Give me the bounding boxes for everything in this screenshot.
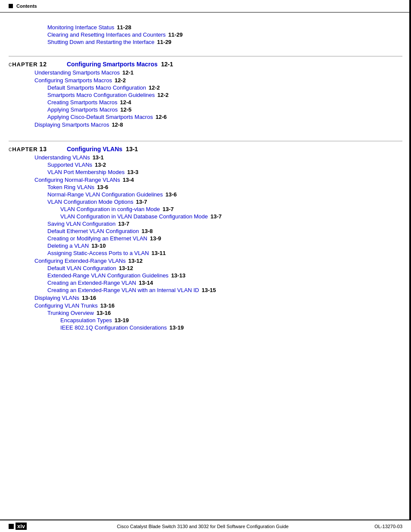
toc-entry: Default VLAN Configuration13-12: [47, 265, 402, 271]
toc-entry: Default Smartports Macro Configuration12…: [47, 84, 402, 91]
toc-link[interactable]: Creating Smartports Macros: [47, 99, 118, 106]
toc-page: 13-16: [100, 302, 115, 309]
toc-link[interactable]: Understanding VLANs: [34, 154, 90, 161]
toc-page: 13-12: [119, 265, 133, 271]
toc-entry: VLAN Configuration Mode Options13-7: [47, 199, 402, 205]
toc-link[interactable]: Configuring VLAN Trunks: [34, 302, 98, 309]
chapter-header-row: CHAPTER 12Configuring Smartports Macros1…: [9, 61, 402, 68]
toc-entry: Trunking Overview13-16: [47, 310, 402, 316]
toc-page: 13-16: [97, 310, 111, 316]
toc-page: 12-2: [157, 92, 168, 98]
toc-page: 12-2: [115, 77, 126, 84]
footer-left: xiv: [9, 523, 31, 530]
toc-entry: VLAN Configuration in config-vlan Mode13…: [60, 206, 402, 212]
pre-chapter-items: Monitoring Interface Status11-28Clearing…: [9, 21, 402, 45]
chapter-title-link[interactable]: Configuring Smartports Macros: [67, 61, 158, 68]
toc-link[interactable]: Default Smartports Macro Configuration: [47, 84, 146, 91]
toc-link[interactable]: Assigning Static-Access Ports to a VLAN: [47, 250, 149, 256]
chapter-title-col: Configuring VLANs13-1: [67, 146, 402, 152]
toc-page: 13-7: [162, 206, 174, 212]
toc-page: 13-7: [136, 199, 147, 205]
chapter-title-page: 13-1: [126, 146, 138, 152]
toc-entry: Smartports Macro Configuration Guideline…: [47, 92, 402, 98]
header-title: Contents: [16, 3, 37, 9]
toc-link[interactable]: VLAN Configuration in VLAN Database Conf…: [60, 213, 208, 220]
chapter-title-link[interactable]: Configuring VLANs: [67, 146, 122, 152]
toc-entry: Token Ring VLANs13-6: [47, 184, 402, 190]
toc-link[interactable]: Supported VLANs: [47, 162, 92, 168]
toc-link[interactable]: Understanding Smartports Macros: [34, 69, 120, 76]
right-border: [409, 0, 411, 532]
toc-link[interactable]: IEEE 802.1Q Configuration Considerations: [60, 324, 167, 331]
toc-entry: Displaying Smartports Macros12-8: [34, 121, 402, 128]
toc-entry: Configuring Extended-Range VLANs13-12: [34, 258, 402, 264]
toc-page: 11-28: [117, 24, 131, 31]
toc-link[interactable]: Smartports Macro Configuration Guideline…: [47, 92, 155, 98]
page-footer: xiv Cisco Catalyst Blade Switch 3130 and…: [0, 520, 411, 532]
toc-entry: Assigning Static-Access Ports to a VLAN1…: [47, 250, 402, 256]
toc-link[interactable]: Normal-Range VLAN Configuration Guidelin…: [47, 191, 163, 198]
toc-page: 13-10: [91, 243, 106, 249]
toc-entry: IEEE 802.1Q Configuration Considerations…: [60, 324, 402, 331]
toc-link[interactable]: Displaying VLANs: [34, 295, 79, 301]
toc-link[interactable]: Applying Cisco-Default Smartports Macros: [47, 114, 153, 120]
toc-page: 13-4: [123, 177, 134, 183]
toc-link[interactable]: Configuring Extended-Range VLANs: [34, 258, 126, 264]
toc-link[interactable]: Default VLAN Configuration: [47, 265, 116, 271]
pre-chapter-item: Shutting Down and Restarting the Interfa…: [47, 39, 402, 45]
toc-entry: Creating an Extended-Range VLAN13-14: [47, 280, 402, 286]
toc-link[interactable]: Creating an Extended-Range VLAN: [47, 280, 136, 286]
chapter-label-col: CHAPTER 12: [9, 61, 67, 68]
toc-page: 13-19: [169, 324, 184, 331]
toc-page: 13-13: [171, 272, 185, 279]
toc-link[interactable]: Clearing and Resetting Interfaces and Co…: [47, 31, 166, 38]
toc-page: 13-7: [118, 221, 129, 227]
toc-link[interactable]: Configuring Smartports Macros: [34, 77, 112, 84]
toc-link[interactable]: VLAN Configuration in config-vlan Mode: [60, 206, 160, 212]
toc-link[interactable]: Token Ring VLANs: [47, 184, 94, 190]
toc-link[interactable]: Saving VLAN Configuration: [47, 221, 115, 227]
page-header: Contents: [0, 0, 411, 12]
chapter-header-row: CHAPTER 13Configuring VLANs13-1: [9, 146, 402, 152]
toc-page: 13-19: [115, 317, 129, 324]
chapter-label: CHAPTER 13: [9, 147, 47, 152]
toc-page: 13-9: [150, 235, 161, 242]
toc-link[interactable]: Monitoring Interface Status: [47, 24, 114, 31]
toc-link[interactable]: Displaying Smartports Macros: [34, 121, 109, 128]
toc-link[interactable]: Encapsulation Types: [60, 317, 112, 324]
chapters-container: CHAPTER 12Configuring Smartports Macros1…: [9, 56, 402, 331]
toc-link[interactable]: VLAN Configuration Mode Options: [47, 199, 133, 205]
toc-entry: Understanding VLANs13-1: [34, 154, 402, 161]
toc-entry: Creating Smartports Macros12-4: [47, 99, 402, 106]
toc-entry: VLAN Configuration in VLAN Database Conf…: [60, 213, 402, 220]
toc-entry: Applying Smartports Macros12-5: [47, 106, 402, 113]
header-square: [9, 4, 13, 8]
toc-page: 13-3: [127, 169, 138, 175]
toc-entry: Configuring Normal-Range VLANs13-4: [34, 177, 402, 183]
footer-document-title: Cisco Catalyst Blade Switch 3130 and 303…: [31, 524, 374, 529]
toc-page: 13-1: [93, 154, 104, 161]
toc-entry: Encapsulation Types13-19: [60, 317, 402, 324]
toc-link[interactable]: Trunking Overview: [47, 310, 94, 316]
toc-link[interactable]: Creating or Modifying an Ethernet VLAN: [47, 235, 147, 242]
chapter-title-col: Configuring Smartports Macros12-1: [67, 61, 402, 68]
toc-link[interactable]: Shutting Down and Restarting the Interfa…: [47, 39, 155, 45]
toc-link[interactable]: Creating an Extended-Range VLAN with an …: [47, 287, 199, 293]
toc-entry: Supported VLANs13-2: [47, 162, 402, 168]
toc-page: 11-29: [157, 39, 171, 45]
toc-link[interactable]: Configuring Normal-Range VLANs: [34, 177, 120, 183]
toc-entry: VLAN Port Membership Modes13-3: [47, 169, 402, 175]
toc-entry: Configuring Smartports Macros12-2: [34, 77, 402, 84]
toc-page: 12-1: [122, 69, 134, 76]
toc-link[interactable]: Extended-Range VLAN Configuration Guidel…: [47, 272, 168, 279]
toc-entry: Extended-Range VLAN Configuration Guidel…: [47, 272, 402, 279]
toc-link[interactable]: Default Ethernet VLAN Configuration: [47, 228, 139, 234]
pre-chapter-item: Clearing and Resetting Interfaces and Co…: [47, 31, 402, 38]
chapter-title-page: 12-1: [161, 61, 173, 68]
toc-page: 13-2: [95, 162, 106, 168]
toc-page: 12-4: [120, 99, 131, 106]
toc-link[interactable]: Deleting a VLAN: [47, 243, 89, 249]
toc-page: 12-8: [112, 121, 123, 128]
toc-link[interactable]: VLAN Port Membership Modes: [47, 169, 125, 175]
toc-link[interactable]: Applying Smartports Macros: [47, 106, 118, 113]
